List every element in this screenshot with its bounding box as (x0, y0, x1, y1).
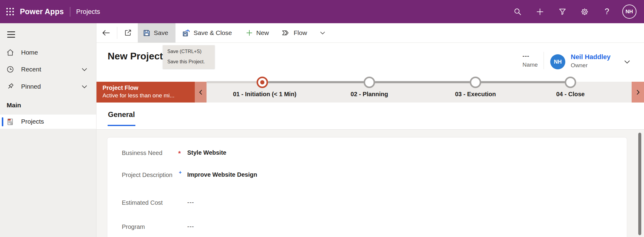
filter-icon (558, 8, 567, 16)
save-tooltip: Save (CTRL+S) Save this Project. (163, 45, 215, 69)
new-plus-icon (245, 29, 253, 37)
search-button[interactable] (507, 0, 529, 23)
topbar-divider (70, 7, 70, 17)
field-value[interactable]: Improve Website Design (187, 171, 257, 178)
field-value[interactable]: --- (187, 199, 194, 206)
command-bar: Save Save & Close New Flow (96, 23, 644, 43)
owner-role-label: Owner (571, 62, 588, 69)
flow-button[interactable]: Flow (279, 23, 310, 43)
header-name-value: --- (522, 52, 529, 59)
bpf-stage-circle-planning[interactable] (364, 77, 375, 88)
gear-icon (580, 8, 589, 16)
chevron-down-icon[interactable] (80, 65, 88, 73)
bpf-active-stage-box[interactable]: Project Flow Active for less than one mi… (96, 82, 195, 103)
bpf-stage-circle-execution[interactable] (470, 77, 481, 88)
sidebar-item-label: Pinned (21, 83, 41, 90)
save-button[interactable]: Save (138, 23, 175, 43)
owner-name-link[interactable]: Neil Haddley (571, 53, 611, 61)
sidebar-item-label: Home (21, 49, 38, 56)
back-arrow-icon (102, 28, 111, 37)
save-icon (143, 29, 151, 37)
sidebar-item-recent[interactable]: Recent (0, 63, 96, 76)
bpf-stage-label[interactable]: 04 - Close (510, 91, 631, 98)
sitemap-sidebar: Home Recent Pinned Main Projects (0, 23, 96, 237)
field-label: Estimated Cost (122, 199, 163, 206)
power-apps-window: Power Apps Projects (0, 0, 644, 237)
field-value[interactable]: --- (187, 223, 194, 230)
save-and-close-icon (182, 29, 191, 37)
field-label: Program (122, 223, 145, 230)
clock-icon (6, 65, 14, 74)
topbar-actions: ? NH (507, 0, 644, 23)
bpf-stage-circle-initiation[interactable] (257, 77, 268, 88)
sidebar-section-main: Main (7, 102, 21, 109)
bpf-stage-label[interactable]: 02 - Planning (309, 91, 430, 98)
chevron-down-icon[interactable] (80, 83, 88, 90)
help-icon: ? (605, 7, 609, 16)
field-label: Project Description (122, 172, 172, 179)
header-name-label: Name (522, 62, 538, 68)
account-avatar: NH (622, 5, 636, 19)
filter-button[interactable] (551, 0, 573, 23)
recommended-marker: + (179, 170, 182, 175)
save-and-close-label: Save & Close (194, 29, 232, 36)
sitemap-toggle-button[interactable] (7, 31, 19, 40)
plus-icon (536, 8, 544, 16)
search-icon (513, 8, 522, 16)
tab-selected-underline (108, 125, 135, 126)
tooltip-body: Save this Project. (167, 59, 210, 65)
field-label: Business Need (122, 150, 163, 156)
sidebar-item-projects[interactable]: Projects (0, 115, 96, 129)
field-row-business-need: Business Need * Style Website (107, 147, 627, 159)
bpf-process-name: Project Flow (103, 84, 195, 91)
form-tabs: General (96, 103, 644, 130)
field-row-project-description: Project Description + Improve Website De… (107, 169, 627, 181)
bpf-track-segment (268, 81, 364, 83)
waffle-icon (6, 8, 14, 15)
settings-button[interactable] (573, 0, 596, 23)
header-chevron-down-icon[interactable] (623, 57, 632, 66)
breadcrumb[interactable]: Projects (76, 8, 100, 16)
back-button[interactable] (99, 23, 113, 43)
account-button[interactable]: NH (618, 0, 640, 23)
bpf-stage-label[interactable]: 01 - Initiation (< 1 Min) (204, 91, 325, 98)
bpf-next-stage-button[interactable] (632, 82, 644, 103)
product-title: Power Apps (20, 7, 64, 16)
save-label: Save (154, 29, 168, 36)
chevron-left-icon (197, 89, 204, 96)
new-label: New (256, 29, 269, 36)
form-body: Business Need * Style Website Project De… (96, 130, 644, 237)
projects-entity-icon (6, 118, 14, 126)
field-row-program: Program --- (107, 221, 627, 233)
toolbar-separator (117, 27, 117, 39)
field-value[interactable]: Style Website (187, 149, 226, 156)
selected-indicator (2, 117, 3, 126)
chevron-down-icon (319, 29, 327, 37)
help-button[interactable]: ? (596, 0, 618, 23)
page-title: New Project (108, 51, 163, 62)
create-button[interactable] (529, 0, 551, 23)
popout-icon (124, 29, 132, 37)
pin-icon (6, 82, 14, 91)
commandbar-overflow-button[interactable] (316, 23, 329, 43)
sidebar-item-label: Recent (21, 66, 41, 73)
flow-icon (282, 28, 291, 37)
required-marker: * (178, 150, 181, 157)
flow-label: Flow (294, 29, 307, 36)
save-and-close-button[interactable]: Save & Close (179, 23, 235, 43)
app-launcher-button[interactable] (0, 0, 20, 23)
popout-button[interactable] (121, 23, 135, 43)
bpf-track-segment (481, 81, 565, 83)
new-button[interactable]: New (242, 23, 272, 43)
bpf-track-segment (374, 81, 470, 83)
sidebar-item-label: Projects (21, 118, 44, 125)
sidebar-item-home[interactable]: Home (0, 46, 96, 59)
owner-avatar[interactable]: NH (550, 54, 565, 69)
business-process-flow: Project Flow Active for less than one mi… (96, 82, 644, 103)
bpf-collapse-button[interactable] (195, 82, 207, 103)
bpf-stage-circle-close[interactable] (565, 77, 576, 88)
sidebar-item-pinned[interactable]: Pinned (0, 80, 96, 93)
tab-general[interactable]: General (108, 110, 135, 119)
vertical-scrollbar[interactable] (638, 133, 641, 235)
chevron-right-icon (635, 89, 641, 96)
